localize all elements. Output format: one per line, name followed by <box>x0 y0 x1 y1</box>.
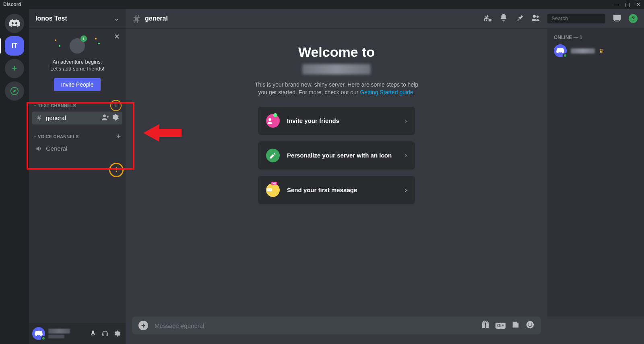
welcome-description: This is your brand new, shiny server. He… <box>250 81 423 96</box>
help-button[interactable]: ? <box>629 14 638 23</box>
member-name <box>571 48 595 54</box>
sticker-picker-button[interactable] <box>511 320 520 331</box>
chevron-right-icon: › <box>405 117 407 124</box>
create-invite-icon[interactable] <box>101 113 109 122</box>
current-user-info[interactable] <box>48 329 85 338</box>
server-abbrev: IT <box>12 42 17 50</box>
hash-icon <box>132 14 142 23</box>
member-row[interactable]: ♛ <box>551 43 641 59</box>
svg-point-19 <box>531 323 532 324</box>
svg-point-8 <box>268 118 271 121</box>
channel-general-text[interactable]: general <box>32 112 122 124</box>
channel-sidebar: Ionos Test ⌄ ✕ + An adventure begins. Le… <box>29 9 126 344</box>
invite-text: An adventure begins. Let's add some frie… <box>50 59 104 73</box>
hash-icon <box>35 114 43 122</box>
attach-button[interactable]: + <box>138 321 148 330</box>
server-header[interactable]: Ionos Test ⌄ <box>29 9 126 28</box>
getting-started-link[interactable]: Getting Started guide <box>360 89 413 95</box>
chat-input[interactable]: + GIF <box>132 317 541 334</box>
category-label: TEXT CHANNELS <box>38 103 76 108</box>
svg-rect-7 <box>614 15 621 19</box>
invite-card: ✕ + An adventure begins. Let's add some … <box>29 28 126 97</box>
svg-point-17 <box>526 321 534 328</box>
gif-picker-button[interactable]: GIF <box>495 323 506 329</box>
notifications-icon[interactable] <box>499 13 508 24</box>
server-owner-crown-icon: ♛ <box>599 48 604 54</box>
chevron-right-icon: › <box>405 187 407 194</box>
channel-name: general <box>46 114 99 121</box>
search-input[interactable] <box>551 15 620 22</box>
first-message-icon: Hi! <box>266 183 280 197</box>
welcome-card-personalize[interactable]: Personalize your server with an icon › <box>258 141 415 170</box>
threads-icon[interactable] <box>483 13 492 24</box>
members-heading: ONLINE — 1 <box>551 35 641 43</box>
channel-title: general <box>145 15 480 22</box>
current-user-avatar[interactable] <box>32 327 45 340</box>
svg-point-18 <box>528 323 530 324</box>
inbox-icon[interactable] <box>613 13 621 24</box>
svg-point-15 <box>484 321 485 322</box>
create-text-channel-button[interactable]: + <box>111 101 121 110</box>
server-ionos-test[interactable]: IT <box>5 36 24 56</box>
svg-rect-14 <box>485 322 486 328</box>
invite-people-button[interactable]: Invite People <box>54 78 101 91</box>
svg-point-16 <box>486 321 487 322</box>
welcome-block: Welcome to This is your brand new, shiny… <box>126 44 547 204</box>
add-server-button[interactable]: + <box>5 59 24 78</box>
personalize-icon <box>266 149 280 162</box>
server-list: IT + <box>0 9 29 344</box>
chevron-down-icon <box>33 104 37 108</box>
messages-area: Welcome to This is your brand new, shiny… <box>126 28 547 317</box>
category-label: VOICE CHANNELS <box>38 134 78 139</box>
svg-rect-9 <box>267 188 272 191</box>
channel-name: General <box>46 145 119 152</box>
welcome-server-name <box>302 64 371 75</box>
server-name: Ionos Test <box>35 15 67 22</box>
window-maximize-button[interactable]: ▢ <box>625 1 630 8</box>
svg-point-11 <box>270 189 271 190</box>
chevron-down-icon <box>33 135 37 139</box>
mute-mic-button[interactable] <box>88 328 98 339</box>
pinned-messages-icon[interactable] <box>515 13 524 24</box>
member-avatar <box>554 44 567 57</box>
create-voice-channel-button[interactable]: + <box>116 133 121 141</box>
explore-servers-button[interactable] <box>5 81 24 101</box>
svg-point-4 <box>533 15 536 17</box>
search-box[interactable] <box>547 14 605 23</box>
second-highlight-marker <box>110 164 122 176</box>
home-button[interactable] <box>5 14 24 33</box>
chevron-right-icon: › <box>405 152 407 159</box>
message-input[interactable] <box>154 322 475 329</box>
category-voice-channels[interactable]: VOICE CHANNELS + <box>32 129 122 142</box>
user-panel <box>29 323 126 344</box>
channel-settings-icon[interactable] <box>111 113 119 122</box>
svg-point-5 <box>537 15 539 18</box>
invite-friends-icon <box>266 114 280 128</box>
close-icon[interactable]: ✕ <box>114 32 120 41</box>
speaker-icon <box>35 145 43 153</box>
window-close-button[interactable]: ✕ <box>636 1 641 8</box>
channel-general-voice[interactable]: General <box>32 142 122 155</box>
window-titlebar: Discord — ▢ ✕ <box>0 0 644 9</box>
chevron-down-icon: ⌄ <box>114 15 119 22</box>
svg-rect-3 <box>489 19 491 21</box>
emoji-picker-button[interactable] <box>526 320 535 331</box>
invite-illustration: + <box>68 37 86 55</box>
svg-point-10 <box>268 189 269 190</box>
deafen-button[interactable] <box>100 328 110 339</box>
svg-marker-1 <box>13 89 16 92</box>
welcome-card-invite[interactable]: Invite your friends › <box>258 107 415 135</box>
app-brand: Discord <box>3 2 21 7</box>
welcome-card-first-message[interactable]: Hi! Send your first message › <box>258 176 415 204</box>
current-user-name <box>48 329 70 334</box>
member-list-toggle[interactable] <box>531 13 540 24</box>
svg-point-2 <box>103 115 106 118</box>
window-minimize-button[interactable]: — <box>614 1 619 8</box>
members-list: ONLINE — 1 ♛ <box>547 28 644 317</box>
gift-icon[interactable] <box>481 320 490 331</box>
category-text-channels[interactable]: TEXT CHANNELS + <box>32 97 122 111</box>
current-user-tag <box>48 335 64 338</box>
chat-header: general ? <box>126 9 644 28</box>
welcome-title: Welcome to <box>298 44 375 60</box>
user-settings-button[interactable] <box>112 328 122 339</box>
